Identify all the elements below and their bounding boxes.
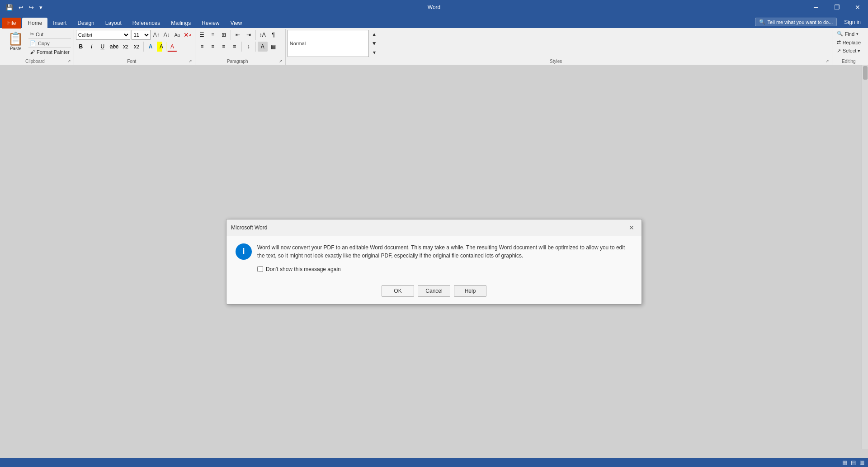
dialog-title: Microsoft Word — [231, 224, 267, 231]
tab-view[interactable]: View — [225, 18, 248, 29]
subscript-button[interactable]: x2 — [121, 42, 131, 52]
tab-review[interactable]: Review — [196, 18, 225, 29]
undo-qa-button[interactable]: ↩ — [16, 2, 26, 13]
dont-show-label: Don't show this message again — [266, 266, 341, 272]
format-painter-button[interactable]: 🖌 Format Painter — [28, 49, 71, 55]
line-spacing-button[interactable]: ↕ — [244, 42, 254, 52]
clipboard-group-content: 📋 Paste ✂ Cut 📄 Copy 🖌 Format Painter — [4, 30, 71, 58]
font-label-row: Font ↗ — [76, 58, 192, 64]
para-label-row: Paragraph ↗ — [197, 58, 283, 64]
paste-button[interactable]: 📋 Paste — [4, 30, 28, 52]
font-format-row: B I U abc x2 x2 A A A — [76, 42, 177, 52]
styles-group-content: Normal ▲ ▼ ▾ — [288, 30, 379, 58]
increase-indent-button[interactable]: ⇥ — [244, 30, 254, 40]
cut-button[interactable]: ✂ Cut — [28, 31, 71, 38]
dont-show-checkbox[interactable] — [257, 266, 263, 272]
tab-home[interactable]: Home — [22, 18, 47, 29]
cancel-button[interactable]: Cancel — [418, 285, 450, 297]
title-bar: 💾 ↩ ↪ ▾ Word ─ ❐ ✕ — [0, 0, 868, 14]
numbering-button[interactable]: ≡ — [208, 30, 218, 40]
bullets-button[interactable]: ☰ — [197, 30, 207, 40]
tell-me-input[interactable]: 🔍 Tell me what you want to do... — [755, 18, 837, 26]
superscript-button[interactable]: x2 — [132, 42, 142, 52]
styles-label-row: Styles ↗ — [288, 58, 829, 64]
styles-expand[interactable]: ▾ — [370, 48, 379, 57]
search-icon: 🔍 — [759, 19, 765, 25]
tab-layout[interactable]: Layout — [100, 18, 127, 29]
minimize-button[interactable]: ─ — [806, 0, 826, 14]
para-row-1: ☰ ≡ ⊞ ⇤ ⇥ ↕A ¶ — [197, 30, 278, 40]
quick-access-toolbar: 💾 ↩ ↪ ▾ — [4, 2, 45, 13]
font-color-button[interactable]: A — [167, 42, 177, 52]
font-size-select[interactable]: 11 — [132, 30, 151, 40]
para-expand-button[interactable]: ↗ — [279, 59, 283, 63]
dialog-button-row: OK Cancel Help — [226, 280, 642, 304]
font-name-select[interactable]: Calibri — [76, 30, 130, 40]
multilevel-button[interactable]: ⊞ — [219, 30, 229, 40]
replace-icon: ⇄ — [837, 39, 841, 45]
decrease-indent-button[interactable]: ⇤ — [233, 30, 243, 40]
change-case-button[interactable]: Aa — [173, 30, 182, 39]
styles-preview-box[interactable]: Normal — [288, 30, 369, 57]
font-group-content: Calibri 11 A↑ A↓ Aa ✕A B I U abc x2 x2 A… — [76, 30, 192, 58]
tab-file[interactable]: File — [2, 18, 21, 29]
font-expand-button[interactable]: ↗ — [189, 59, 192, 63]
select-icon: ↗ — [837, 48, 841, 54]
layout-print-button[interactable]: ▦ — [842, 459, 847, 466]
clipboard-expand-button[interactable]: ↗ — [67, 59, 71, 63]
find-button[interactable]: 🔍 Find ▾ — [834, 30, 863, 38]
align-center-button[interactable]: ≡ — [208, 42, 218, 52]
strikethrough-button[interactable]: abc — [108, 42, 120, 52]
help-button[interactable]: Help — [454, 285, 486, 297]
styles-scroll-down[interactable]: ▼ — [370, 39, 379, 48]
restore-button[interactable]: ❐ — [826, 0, 847, 14]
align-left-button[interactable]: ≡ — [197, 42, 207, 52]
app-title: Word — [428, 4, 440, 10]
redo-qa-button[interactable]: ↪ — [27, 2, 36, 13]
info-icon: i — [236, 243, 252, 260]
italic-button[interactable]: I — [87, 42, 97, 52]
highlight-button[interactable]: A — [156, 42, 166, 52]
paste-icon: 📋 — [8, 31, 24, 46]
show-para-button[interactable]: ¶ — [269, 30, 278, 40]
bold-button[interactable]: B — [76, 42, 86, 52]
customize-qa-button[interactable]: ▾ — [37, 2, 45, 13]
styles-expand-button[interactable]: ↗ — [826, 59, 829, 63]
styles-inner: Normal ▲ ▼ ▾ — [288, 30, 379, 57]
status-bar-right: ▦ ▤ ▥ — [842, 459, 864, 466]
styles-scroll: ▲ ▼ ▾ — [370, 30, 379, 57]
align-right-button[interactable]: ≡ — [219, 42, 229, 52]
ribbon-toolbar: 📋 Paste ✂ Cut 📄 Copy 🖌 Format Painter — [0, 28, 868, 65]
save-qa-button[interactable]: 💾 — [4, 2, 15, 13]
styles-scroll-up[interactable]: ▲ — [370, 30, 379, 39]
text-effects-button[interactable]: A — [146, 42, 156, 52]
grow-font-button[interactable]: A↑ — [152, 30, 161, 39]
shrink-font-button[interactable]: A↓ — [162, 30, 171, 39]
layout-read-button[interactable]: ▥ — [859, 459, 864, 466]
layout-web-button[interactable]: ▤ — [851, 459, 856, 466]
justify-button[interactable]: ≡ — [230, 42, 240, 52]
dialog-overlay: Microsoft Word ✕ i Word will now convert… — [0, 65, 868, 458]
replace-button[interactable]: ⇄ Replace — [834, 38, 863, 46]
dialog-info-row: i Word will now convert your PDF to an e… — [236, 243, 632, 260]
tab-references[interactable]: References — [127, 18, 165, 29]
tab-mailings[interactable]: Mailings — [165, 18, 196, 29]
dialog-body: i Word will now convert your PDF to an e… — [226, 236, 642, 280]
dialog-close-button[interactable]: ✕ — [626, 222, 637, 233]
close-button[interactable]: ✕ — [847, 0, 868, 14]
shading-button[interactable]: A — [258, 42, 268, 52]
tab-design[interactable]: Design — [72, 18, 99, 29]
select-button[interactable]: ↗ Select ▾ — [834, 47, 863, 55]
ok-button[interactable]: OK — [382, 285, 414, 297]
copy-button[interactable]: 📄 Copy — [28, 40, 71, 47]
dialog-checkbox-row: Don't show this message again — [257, 266, 632, 272]
clipboard-group: 📋 Paste ✂ Cut 📄 Copy 🖌 Format Painter — [2, 29, 74, 65]
dialog-title-bar: Microsoft Word ✕ — [226, 219, 642, 236]
sign-in-button[interactable]: Sign in — [840, 18, 864, 26]
clear-formatting-button[interactable]: ✕A — [183, 30, 192, 39]
copy-icon: 📄 — [30, 40, 36, 46]
borders-button[interactable]: ▦ — [269, 42, 278, 52]
underline-button[interactable]: U — [98, 42, 108, 52]
sort-button[interactable]: ↕A — [258, 30, 268, 40]
tab-insert[interactable]: Insert — [47, 18, 72, 29]
